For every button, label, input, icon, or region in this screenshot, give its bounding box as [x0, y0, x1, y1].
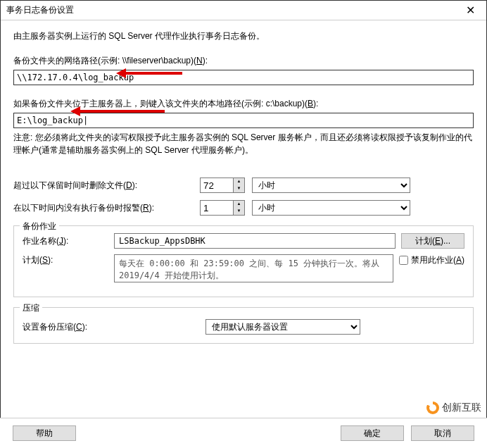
- disable-job-checkbox[interactable]: 禁用此作业(A): [399, 254, 464, 266]
- local-path-label: 如果备份文件夹位于主服务器上，则键入该文件夹的本地路径(示例: c:\backu…: [13, 98, 474, 110]
- help-button[interactable]: 帮助: [13, 425, 76, 441]
- watermark-logo-icon: [426, 402, 439, 414]
- spin-down-icon[interactable]: ▼: [234, 208, 244, 215]
- close-icon[interactable]: ✕: [460, 4, 481, 17]
- schedule-button[interactable]: 计划(E)...: [401, 233, 464, 249]
- ok-button[interactable]: 确定: [341, 425, 404, 441]
- disable-job-label: 禁用此作业(A): [411, 254, 464, 266]
- cancel-button[interactable]: 取消: [411, 425, 474, 441]
- delete-older-row: 超过以下保留时间时删除文件(D): ▲▼ 小时: [13, 178, 474, 193]
- dialog-content: 由主服务器实例上运行的 SQL Server 代理作业执行事务日志备份。 备份文…: [1, 20, 486, 351]
- spin-up-icon[interactable]: ▲: [234, 201, 244, 208]
- compress-legend: 压缩: [20, 302, 42, 314]
- delete-older-label: 超过以下保留时间时删除文件(D):: [13, 180, 200, 192]
- window-title: 事务日志备份设置: [6, 4, 74, 16]
- delete-older-value[interactable]: [200, 178, 234, 193]
- delete-older-spinner[interactable]: ▲▼: [200, 178, 245, 193]
- delete-older-unit[interactable]: 小时: [252, 178, 410, 193]
- spin-down-icon[interactable]: ▼: [234, 185, 244, 192]
- job-name-input[interactable]: [114, 233, 396, 249]
- disable-job-input[interactable]: [399, 256, 408, 265]
- compress-group: 压缩 设置备份压缩(C): 使用默认服务器设置: [13, 307, 474, 344]
- network-path-input[interactable]: [13, 70, 474, 85]
- alert-no-backup-value[interactable]: [200, 200, 234, 216]
- watermark: 创新互联: [424, 400, 484, 416]
- alert-no-backup-row: 在以下时间内没有执行备份时报警(R): ▲▼ 小时: [13, 200, 474, 216]
- spin-up-icon[interactable]: ▲: [234, 178, 244, 185]
- intro-text: 由主服务器实例上运行的 SQL Server 代理作业执行事务日志备份。: [13, 30, 474, 42]
- backup-job-group: 备份作业 作业名称(J): 计划(E)... 计划(S): 每天在 0:00:0…: [13, 225, 474, 297]
- alert-no-backup-unit[interactable]: 小时: [252, 200, 410, 216]
- network-path-label: 备份文件夹的网络路径(示例: \\fileserver\backup)(N):: [13, 55, 474, 67]
- schedule-text: 每天在 0:00:00 和 23:59:00 之间、每 15 分钟执行一次。将从…: [114, 254, 393, 282]
- local-path-input[interactable]: [13, 113, 474, 128]
- schedule-label: 计划(S):: [23, 254, 114, 266]
- backup-job-legend: 备份作业: [20, 220, 59, 232]
- alert-no-backup-label: 在以下时间内没有执行备份时报警(R):: [13, 202, 200, 214]
- compress-select[interactable]: 使用默认服务器设置: [205, 319, 360, 335]
- watermark-text: 创新互联: [442, 402, 481, 414]
- footer: 帮助 确定 取消: [0, 418, 487, 448]
- compress-label: 设置备份压缩(C):: [23, 321, 205, 333]
- alert-no-backup-spinner[interactable]: ▲▼: [200, 200, 245, 216]
- local-path-note: 注意: 您必须将此文件夹的读写权限授予此主服务器实例的 SQL Server 服…: [13, 131, 474, 156]
- titlebar: 事务日志备份设置 ✕: [1, 1, 486, 20]
- job-name-label: 作业名称(J):: [23, 235, 114, 247]
